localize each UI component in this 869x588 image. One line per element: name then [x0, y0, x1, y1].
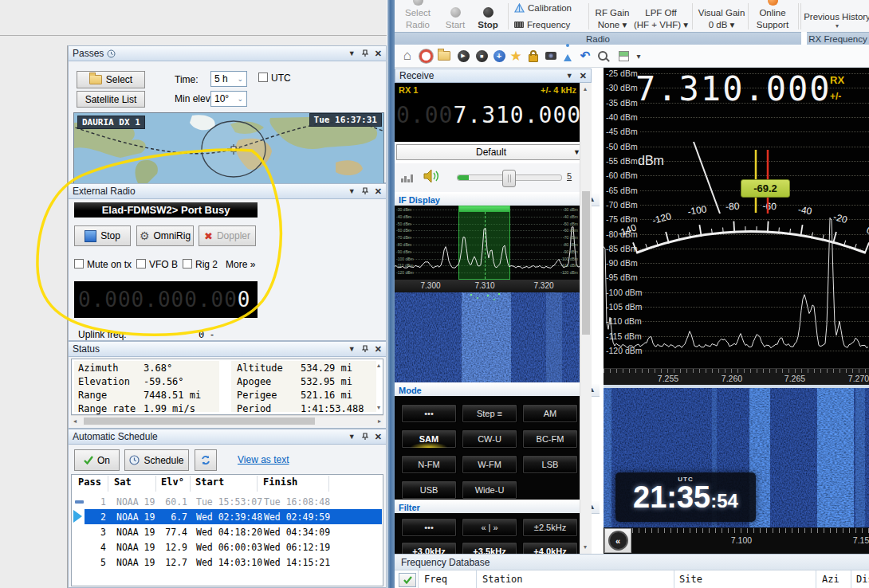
vfo-b-checkbox[interactable] — [136, 259, 146, 269]
mode-button-wide-u[interactable]: Wide-U — [462, 480, 517, 500]
scrollbar-thumb[interactable] — [84, 417, 315, 425]
stop-radio-button[interactable]: Stop — [74, 225, 131, 246]
toolbar-overflow-icon[interactable]: ▾ — [631, 49, 646, 63]
filter-button--4-0khz[interactable]: +4.0kHz — [522, 542, 578, 554]
col-start[interactable]: Start — [195, 476, 224, 492]
collapse-icon[interactable]: ▼ — [348, 188, 356, 195]
collapse-icon[interactable]: ▼ — [566, 73, 573, 80]
band-ruler[interactable]: 7.100 7.150 « — [604, 527, 869, 554]
schedule-row[interactable]: 2NOAA 196.7Wed 02:39:48Wed 02:49:59 — [73, 509, 382, 524]
volume-handle[interactable] — [502, 170, 516, 187]
main-waterfall[interactable]: UTC 21:35 :54 — [604, 388, 869, 527]
lifebuoy-icon[interactable] — [419, 49, 433, 63]
scroll-down-icon[interactable]: ▾ — [377, 405, 380, 411]
rewind-button[interactable]: « — [604, 528, 631, 553]
collapse-icon[interactable]: ▼ — [348, 50, 356, 57]
close-icon[interactable]: ✕ — [580, 72, 587, 80]
db-col-freq[interactable]: Freq — [424, 574, 447, 585]
panel-layout-icon[interactable] — [616, 49, 631, 63]
col-finish[interactable]: Finish — [263, 476, 297, 492]
view-as-text-link[interactable]: View as text — [238, 454, 289, 465]
lock-icon[interactable] — [526, 49, 541, 63]
refresh-button[interactable] — [195, 449, 217, 471]
volume-slider[interactable] — [457, 174, 562, 181]
ribbon-calibration[interactable]: Calibration — [514, 1, 572, 14]
scrollbar-thumb[interactable] — [582, 191, 590, 335]
add-icon[interactable]: + — [492, 49, 506, 63]
schedule-header[interactable]: Automatic Schedule ▼ ✕ — [69, 429, 386, 445]
schedule-row[interactable]: 1NOAA 1960.1Tue 15:53:07Tue 16:08:48 — [73, 494, 382, 509]
filter-button--3-0khz[interactable]: +3.0kHz — [401, 542, 457, 554]
pin-icon[interactable] — [362, 345, 368, 353]
scroll-right-icon[interactable]: ▸ — [378, 418, 381, 425]
utc-checkbox[interactable] — [258, 73, 268, 82]
db-col-azi[interactable]: Azi — [822, 574, 840, 585]
status-header[interactable]: Status ▼ ✕ — [69, 342, 386, 357]
world-map[interactable]: DAURIA DX 1 Tue 16:37:31 — [73, 112, 384, 184]
close-icon[interactable]: ✕ — [375, 345, 382, 354]
home-icon[interactable]: ⌂ — [400, 49, 415, 63]
main-spectrum[interactable]: -25 dBm-30 dBm-35 dBm-40 dBm-45 dBm-50 d… — [604, 68, 869, 368]
rig-2-checkbox[interactable] — [183, 259, 192, 269]
select-button[interactable]: Select — [77, 71, 145, 88]
ribbon-stop[interactable]: Stop — [473, 2, 503, 30]
mode-button-w-fm[interactable]: W-FM — [462, 455, 517, 474]
filter-button--[interactable]: « | » — [462, 518, 517, 537]
if-display-header[interactable]: IF Display ▲ — [395, 194, 600, 206]
filter-button--2-5khz[interactable]: ±2.5kHz — [522, 518, 578, 537]
ribbon-start[interactable]: Start — [441, 2, 470, 30]
if-spectrum[interactable]: -30 dBm-30 dBm-40 dBm-40 dBm-50 dBm-50 d… — [395, 206, 580, 280]
mode-button-lsb[interactable]: LSB — [522, 455, 578, 474]
frequency-database-header[interactable]: Frequency Database — [395, 554, 869, 570]
schedule-row[interactable]: 3NOAA 1977.4Wed 04:18:20Wed 04:34:09 — [73, 524, 382, 539]
open-folder-icon[interactable] — [437, 49, 451, 63]
speaker-icon[interactable] — [423, 169, 441, 183]
filter-header[interactable]: Filter ▲ — [395, 501, 600, 514]
mode-button--[interactable]: ••• — [401, 404, 457, 423]
scroll-left-icon[interactable]: ◂ — [73, 418, 77, 425]
status-hscrollbar[interactable]: ◂ ▸ — [71, 415, 383, 426]
favorites-icon[interactable]: ★ — [509, 49, 523, 63]
doppler-button[interactable]: ✖ Doppler — [199, 225, 256, 246]
close-icon[interactable]: ✕ — [375, 187, 382, 196]
filter-button--3-5khz[interactable]: +3.5kHz — [462, 542, 517, 554]
on-button[interactable]: On — [74, 449, 120, 471]
mode-button-cw-u[interactable]: CW-U — [462, 429, 517, 449]
undo-icon[interactable]: ↶ — [578, 49, 592, 63]
schedule-button[interactable]: Schedule — [124, 449, 189, 471]
schedule-row[interactable]: 5NOAA 1912.7Wed 14:03:10Wed 14:15:21 — [73, 555, 382, 570]
mode-header[interactable]: Mode ▲ — [395, 384, 600, 397]
mode-button-am[interactable]: AM — [522, 404, 578, 423]
col-sat[interactable]: Sat — [114, 476, 132, 492]
preset-select[interactable]: Default ▼ — [396, 144, 586, 160]
mode-button-step-[interactable]: Step ≡ — [462, 404, 517, 423]
mode-button-usb[interactable]: USB — [401, 480, 457, 500]
ribbon-select-radio[interactable]: Select Radio — [399, 2, 437, 30]
db-col-site[interactable]: Site — [679, 574, 702, 585]
satellite-list-button[interactable]: Satellite List — [77, 91, 145, 108]
close-icon[interactable]: ✕ — [375, 49, 382, 58]
pin-icon[interactable] — [362, 433, 368, 441]
receive-scrollbar[interactable]: ▴ ▾ — [580, 83, 592, 554]
pin-icon[interactable] — [362, 187, 368, 195]
receive-header[interactable]: Receive ▼ ✕ — [395, 69, 592, 83]
scroll-down-icon[interactable]: ▾ — [584, 544, 587, 551]
collapse-icon[interactable]: ▼ — [348, 346, 356, 353]
time-select[interactable]: 5 h⌄ — [210, 71, 247, 87]
ribbon-rf-gain[interactable]: RF GainNone ▾ — [594, 2, 631, 30]
screenshot-icon[interactable] — [544, 49, 558, 63]
if-freq-scale[interactable]: 7.300 7.310 7.320 — [395, 280, 580, 292]
ribbon-online-support[interactable]: OnlineSupport — [751, 2, 794, 30]
mode-button-bc-fm[interactable]: BC-FM — [522, 429, 578, 449]
ribbon-visual-gain[interactable]: Visual Gain0 dB ▾ — [697, 2, 746, 30]
main-frequency-readout[interactable]: 7.310.000 — [635, 69, 832, 108]
db-col-dist[interactable]: Dist — [856, 574, 869, 585]
if-waterfall[interactable] — [395, 292, 580, 382]
collapse-icon[interactable]: ▼ — [348, 433, 356, 441]
equalizer-icon[interactable] — [401, 171, 415, 182]
col-pass[interactable]: Pass — [78, 476, 101, 492]
omnirig-button[interactable]: ⚙ OmniRig — [136, 225, 194, 246]
col-elv[interactable]: Elv° — [161, 476, 184, 492]
pin-icon[interactable] — [362, 49, 368, 57]
close-icon[interactable]: ✕ — [375, 433, 382, 441]
